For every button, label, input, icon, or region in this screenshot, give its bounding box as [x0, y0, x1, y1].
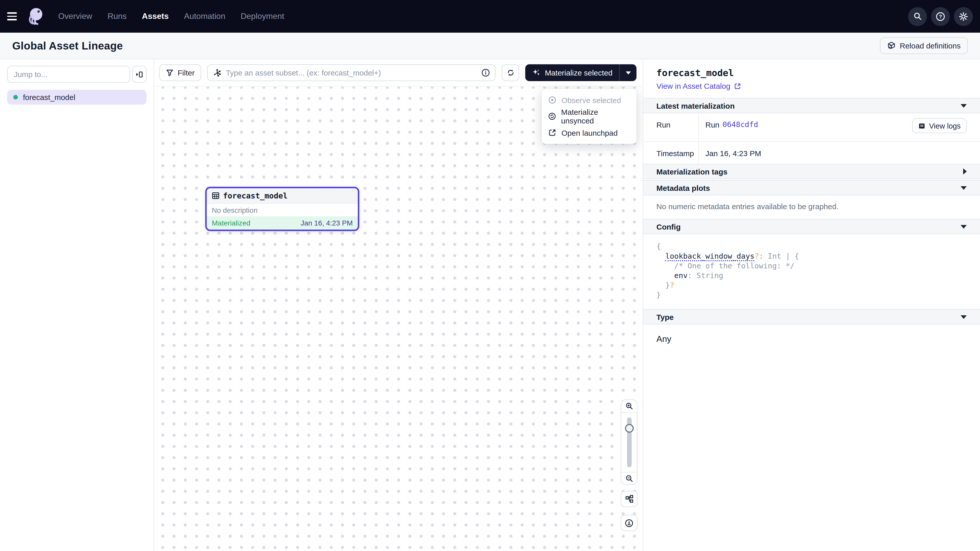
asset-node-header: forecast_model — [207, 188, 358, 203]
zoom-in-icon — [625, 402, 633, 410]
run-prefix: Run — [705, 121, 719, 129]
observe-icon — [548, 96, 556, 104]
section-label: Metadata plots — [656, 183, 710, 192]
materialize-unsynced-icon — [548, 112, 556, 121]
materialize-dropdown-toggle[interactable] — [619, 64, 636, 81]
zoom-panel — [620, 400, 638, 485]
octopus-logo-icon — [25, 6, 46, 27]
chevron-down-icon — [961, 186, 967, 189]
menu-item-label: Materialize unsynced — [561, 108, 630, 125]
materialize-selected-button[interactable]: Materialize selected — [525, 64, 619, 81]
reload-definitions-button[interactable]: Reload definitions — [880, 37, 968, 54]
nav-item-runs[interactable]: Runs — [107, 12, 127, 21]
collapse-sidebar-button[interactable] — [132, 66, 146, 83]
chevron-down-icon — [625, 71, 631, 74]
main-content: forecast_model Filter — [0, 59, 980, 551]
info-icon[interactable] — [482, 68, 490, 77]
gear-icon — [959, 11, 968, 21]
chevron-right-icon — [963, 168, 967, 175]
run-row-label: Run — [643, 113, 699, 141]
navbar-actions: ? — [908, 7, 980, 26]
lineage-canvas[interactable]: Filter — [154, 59, 643, 551]
download-image-button[interactable] — [620, 515, 638, 531]
run-id-link[interactable]: 0648cdfd — [722, 121, 758, 129]
refresh-graph-button[interactable] — [502, 64, 519, 81]
section-label: Config — [656, 222, 681, 231]
logs-icon — [918, 122, 925, 129]
details-header: forecast_model View in Asset Catalog — [643, 59, 980, 98]
asset-node-status: Materialized — [212, 219, 250, 227]
dagster-logo[interactable] — [24, 5, 47, 27]
asset-node-timestamp: Jan 16, 4:23 PM — [301, 219, 353, 227]
section-metadata-plots[interactable]: Metadata plots — [643, 180, 980, 195]
canvas-controls — [620, 400, 638, 531]
asset-subset-input[interactable]: Type an asset subset... (ex: forecast_mo… — [207, 64, 496, 81]
asset-node-description: No description — [207, 203, 358, 216]
section-type[interactable]: Type — [643, 309, 980, 324]
run-row: Run Run 0648cdfd View logs — [643, 113, 980, 142]
view-in-asset-catalog-link[interactable]: View in Asset Catalog — [656, 82, 741, 90]
filter-funnel-icon — [166, 69, 173, 76]
type-value: Any — [643, 324, 980, 354]
nav-item-assets[interactable]: Assets — [142, 12, 169, 21]
chevron-down-icon — [961, 225, 967, 228]
table-icon — [212, 192, 220, 200]
zoom-slider[interactable] — [621, 413, 637, 472]
materialize-selected-split-button: Materialize selected — [525, 64, 636, 81]
catalog-link-label: View in Asset Catalog — [656, 82, 730, 90]
canvas-dot-grid — [154, 87, 643, 551]
asset-sidebar: forecast_model — [0, 59, 154, 551]
rearrange-layout-button[interactable] — [620, 491, 638, 507]
asset-node-forecast-model[interactable]: forecast_model No description Materializ… — [205, 187, 360, 231]
nav-item-deployment[interactable]: Deployment — [241, 12, 284, 21]
page-title: Global Asset Lineage — [12, 40, 123, 52]
settings-button[interactable] — [954, 7, 973, 26]
section-materialization-tags[interactable]: Materialization tags — [643, 164, 980, 179]
zoom-out-button[interactable] — [621, 472, 637, 484]
jump-to-input[interactable] — [7, 66, 130, 83]
search-button[interactable] — [908, 7, 927, 26]
zoom-out-icon — [625, 474, 633, 483]
hamburger-menu-button[interactable] — [0, 0, 24, 33]
asset-graph-icon — [213, 68, 222, 77]
help-icon: ? — [935, 11, 945, 21]
config-schema-code: { lookback_window_days?: Int | { /* One … — [643, 234, 980, 309]
zoom-in-button[interactable] — [621, 400, 637, 413]
sidebar-item-forecast-model[interactable]: forecast_model — [7, 90, 146, 105]
zoom-slider-thumb[interactable] — [625, 424, 633, 433]
filter-label: Filter — [178, 68, 195, 77]
details-asset-title: forecast_model — [656, 67, 967, 78]
view-logs-button[interactable]: View logs — [912, 118, 967, 133]
asset-node-status-row: Materialized Jan 16, 4:23 PM — [207, 216, 358, 230]
timestamp-row-label: Timestamp — [643, 142, 699, 164]
sparkle-icon — [532, 68, 541, 77]
code-comment: /* One of the following: */ — [656, 262, 794, 270]
primary-nav: Overview Runs Assets Automation Deployme… — [58, 12, 284, 21]
svg-text:?: ? — [939, 14, 942, 19]
optional-marker: ? — [754, 252, 759, 260]
section-latest-materialization[interactable]: Latest materialization — [643, 98, 980, 113]
asset-list: forecast_model — [7, 90, 146, 105]
materialize-selected-label: Materialize selected — [545, 68, 612, 77]
metadata-empty-text: No numeric metadata entries available to… — [643, 195, 980, 219]
reload-cube-icon — [887, 41, 896, 50]
optional-marker: ? — [670, 281, 674, 289]
download-icon — [625, 519, 633, 527]
section-label: Type — [656, 313, 674, 321]
menu-item-materialize-unsynced[interactable]: Materialize unsynced — [542, 108, 636, 124]
collapse-panel-icon — [135, 70, 143, 78]
menu-item-open-launchpad[interactable]: Open launchpad — [542, 124, 636, 141]
nav-item-overview[interactable]: Overview — [58, 12, 92, 21]
view-logs-label: View logs — [929, 122, 961, 130]
timestamp-row: Timestamp Jan 16, 4:23 PM — [643, 142, 980, 164]
sidebar-item-label: forecast_model — [23, 93, 75, 102]
section-config[interactable]: Config — [643, 219, 980, 234]
filter-button[interactable]: Filter — [159, 64, 201, 81]
code-text: { — [656, 242, 661, 251]
hamburger-icon — [7, 13, 17, 20]
nav-item-automation[interactable]: Automation — [184, 12, 225, 21]
help-button[interactable]: ? — [931, 7, 950, 26]
menu-item-observe-selected[interactable]: Observe selected — [542, 92, 636, 108]
page-header: Global Asset Lineage Reload definitions — [0, 33, 980, 59]
refresh-icon — [506, 68, 515, 77]
